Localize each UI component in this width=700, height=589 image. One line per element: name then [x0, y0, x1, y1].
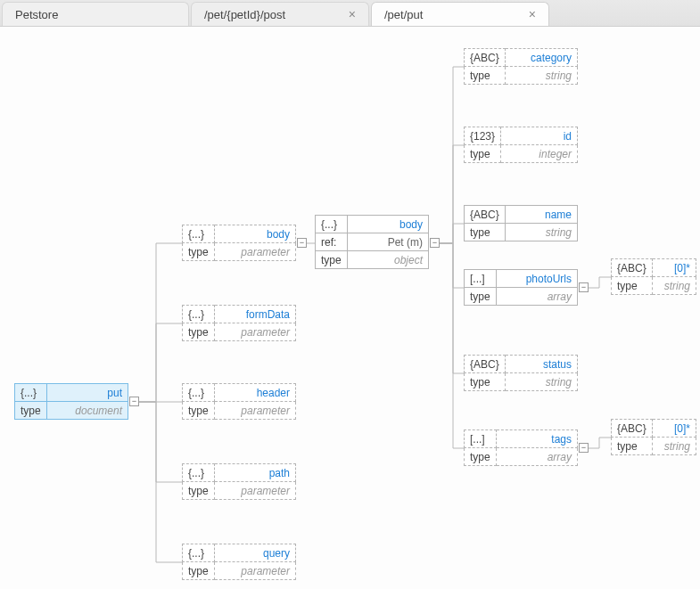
node-root[interactable]: {...} put type document: [14, 383, 128, 420]
type-label: type: [612, 438, 653, 455]
node-id[interactable]: {123} id type integer: [464, 127, 578, 163]
node-body-param[interactable]: {...} body type parameter: [182, 225, 296, 261]
badge-obj-icon: {...}: [183, 464, 215, 482]
badge-abc-icon: {ABC}: [612, 259, 653, 277]
node-name: put: [47, 384, 128, 402]
type-value: integer: [501, 145, 578, 163]
type-value: parameter: [215, 323, 296, 341]
node-header-param[interactable]: {...} header type parameter: [182, 383, 296, 420]
badge-obj-icon: {...}: [183, 306, 215, 323]
node-photourls[interactable]: [...] photoUrls type array: [464, 269, 578, 306]
expand-toggle[interactable]: −: [579, 443, 589, 453]
node-name: photoUrls: [497, 270, 578, 288]
type-label: type: [316, 251, 348, 269]
node-name: body: [215, 225, 296, 243]
badge-obj-icon: {...}: [183, 544, 215, 562]
type-label: type: [183, 323, 215, 341]
node-name: body: [348, 216, 429, 233]
badge-obj-icon: {...}: [183, 225, 215, 243]
tab-pet-post[interactable]: /pet/{petId}/post ×: [191, 2, 369, 26]
type-label: type: [183, 482, 215, 500]
node-name: category: [505, 49, 577, 67]
tab-label: /pet/put: [384, 8, 423, 21]
tab-petstore[interactable]: Petstore: [2, 2, 189, 26]
type-value: string: [505, 67, 577, 85]
type-label: type: [465, 67, 506, 85]
node-tags-item[interactable]: {ABC} [0]* type string: [611, 419, 696, 455]
badge-obj-icon: {...}: [15, 384, 47, 402]
expand-toggle[interactable]: −: [129, 397, 139, 406]
node-name: name: [505, 206, 577, 224]
node-status[interactable]: {ABC} status type string: [464, 355, 578, 391]
tab-label: Petstore: [15, 8, 58, 21]
type-value: string: [652, 438, 696, 455]
node-name: tags: [497, 430, 578, 448]
node-path-param[interactable]: {...} path type parameter: [182, 463, 296, 500]
tab-pet-put[interactable]: /pet/put ×: [371, 2, 549, 26]
node-name: id: [501, 127, 578, 145]
node-category[interactable]: {ABC} category type string: [464, 48, 578, 85]
close-icon[interactable]: ×: [529, 7, 536, 21]
type-value: string: [505, 224, 577, 241]
tab-bar: Petstore /pet/{petId}/post × /pet/put ×: [0, 0, 700, 27]
badge-obj-icon: {...}: [183, 384, 215, 402]
badge-abc-icon: {ABC}: [465, 49, 506, 67]
badge-abc-icon: {ABC}: [612, 420, 653, 438]
node-body-object[interactable]: {...} body ref: Pet (m) type object: [315, 215, 429, 269]
type-label: type: [465, 145, 501, 163]
node-photourls-item[interactable]: {ABC} [0]* type string: [611, 258, 696, 295]
type-value: parameter: [215, 402, 296, 420]
type-value: array: [497, 448, 578, 466]
badge-obj-icon: {...}: [316, 216, 348, 233]
type-value: parameter: [215, 482, 296, 500]
node-name: [0]*: [652, 259, 696, 277]
type-label: type: [15, 402, 47, 420]
node-name: [0]*: [652, 420, 696, 438]
type-label: type: [183, 562, 215, 580]
type-value: parameter: [215, 562, 296, 580]
node-name: header: [215, 384, 296, 402]
badge-num-icon: {123}: [465, 127, 501, 145]
type-value: document: [47, 402, 128, 420]
expand-toggle[interactable]: −: [297, 238, 307, 248]
ref-label: ref:: [316, 233, 348, 251]
badge-arr-icon: [...]: [465, 270, 497, 288]
ref-value: Pet (m): [348, 233, 429, 251]
badge-abc-icon: {ABC}: [465, 206, 506, 224]
badge-abc-icon: {ABC}: [465, 356, 506, 373]
connector-lines: [0, 27, 700, 589]
type-value: string: [505, 373, 577, 391]
expand-toggle[interactable]: −: [430, 238, 440, 248]
type-value: parameter: [215, 243, 296, 261]
type-label: type: [183, 402, 215, 420]
expand-toggle[interactable]: −: [579, 282, 589, 292]
close-icon[interactable]: ×: [349, 7, 356, 21]
type-label: type: [465, 224, 506, 241]
type-label: type: [465, 373, 506, 391]
node-formdata-param[interactable]: {...} formData type parameter: [182, 305, 296, 341]
node-name: status: [505, 356, 577, 373]
node-tags[interactable]: [...] tags type array: [464, 429, 578, 466]
type-label: type: [183, 243, 215, 261]
node-query-param[interactable]: {...} query type parameter: [182, 544, 296, 580]
node-name: path: [215, 464, 296, 482]
type-label: type: [465, 448, 497, 466]
type-label: type: [612, 277, 653, 295]
type-value: object: [348, 251, 429, 269]
node-name: formData: [215, 306, 296, 323]
badge-arr-icon: [...]: [465, 430, 497, 448]
node-name: query: [215, 544, 296, 562]
diagram-canvas: {...} put type document − {...} body typ…: [0, 27, 700, 589]
type-value: array: [497, 288, 578, 306]
node-name-field[interactable]: {ABC} name type string: [464, 205, 578, 241]
tab-label: /pet/{petId}/post: [204, 8, 285, 21]
type-label: type: [465, 288, 497, 306]
type-value: string: [652, 277, 696, 295]
